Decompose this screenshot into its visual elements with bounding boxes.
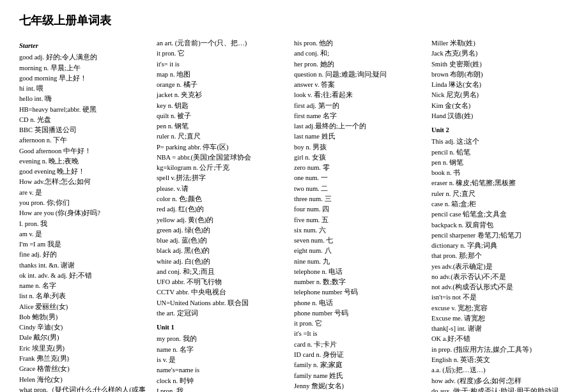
unit-label: Unit 2: [431, 125, 564, 135]
list-item: Bob 鲍勃(男): [19, 312, 151, 322]
list-item: UFO abbr. 不明飞行物: [157, 277, 289, 287]
list-item: am v. 是: [19, 229, 151, 239]
list-item: good morning 早上好！: [19, 73, 151, 84]
list-item: phone number 号码: [294, 308, 426, 319]
list-item: white adj. 白(色)的: [157, 257, 289, 267]
list-item: OK a.好;不错: [431, 334, 564, 344]
list-item: ok int. adv. & adj. 好;不错: [19, 271, 151, 281]
list-item: how adv. (程度)多么;如何;怎样: [431, 376, 564, 386]
list-item: thank[-s] int. 谢谢: [431, 324, 564, 334]
list-item: yes adv.(表示确定)是: [431, 262, 564, 272]
list-item: and conj. 和;又;而且: [157, 267, 289, 277]
list-item: boy n. 男孩: [294, 142, 426, 153]
list-item: key n. 钥匙: [157, 101, 289, 111]
list-item: jacket n. 夹克衫: [157, 90, 289, 100]
list-item: Frank 弗兰克(男): [19, 354, 151, 364]
list-item: thanks int. &n. 谢谢: [19, 260, 151, 271]
list-item: card n. 卡;卡片: [294, 340, 426, 350]
list-item: four num. 四: [294, 204, 426, 215]
list-item: evening n. 晚上;夜晚: [19, 156, 151, 167]
list-item: three num. 三: [294, 194, 426, 204]
list-item: family name 姓氏: [294, 371, 426, 381]
list-item: UN=United Nations abbr. 联合国: [157, 298, 289, 308]
list-item: good evening 晚上好！: [19, 167, 151, 177]
list-item: phone n. 电话: [294, 298, 426, 308]
list-item: HB=heavy barrel;abbr. 硬黑: [19, 105, 151, 115]
section-label: Starter: [19, 41, 151, 51]
list-item: nine num. 九: [294, 257, 426, 267]
list-item: BBC 英国播送公司: [19, 125, 151, 135]
list-item: English n. 英语;英文: [431, 355, 564, 365]
list-item: kg=kilogram n. 公斤;千克: [157, 163, 289, 173]
list-item: pen n. 钢笔: [157, 121, 289, 132]
list-item: blue adj. 蓝(色)的: [157, 236, 289, 246]
list-item: and conj. 和;: [294, 49, 426, 59]
list-item: Helen 海伦(女): [19, 375, 151, 385]
list-item: good adj. 好的;令人满意的: [19, 52, 151, 63]
list-item: telephone n. 电话: [294, 267, 426, 277]
list-item: clock n. 时钟: [157, 376, 289, 386]
list-item: pencil sharpener 卷笔刀;铅笔刀: [431, 230, 564, 241]
list-item: dictionary n. 字典;词典: [431, 241, 564, 251]
list-item: Smith 史密斯(姓): [431, 59, 564, 70]
list-item: Linda 琳达(女名): [431, 80, 564, 90]
list-item: family n. 家;家庭: [294, 360, 426, 370]
list-item: eraser n. 橡皮;铅笔擦;黑板擦: [431, 178, 564, 188]
list-item: morning n. 早晨;上午: [19, 63, 151, 73]
list-item: hello int. 嗨: [19, 94, 151, 104]
list-item: is v. 是: [157, 355, 289, 365]
list-item: ID card n. 身份证: [294, 350, 426, 360]
list-item: what pron.（疑代词)什么;什么样的人(或事物): [19, 385, 151, 392]
list-item: pencil case 铅笔盒;文具盒: [431, 209, 564, 220]
page-title: 七年级上册单词表: [19, 13, 569, 28]
list-item: a.a. (后);把…送…): [431, 365, 564, 375]
list-item: first adj. 第一的: [294, 101, 426, 111]
list-item: Miller 米勒(姓): [431, 38, 564, 49]
list-item: Grace 格蕾丝(女): [19, 364, 151, 374]
list-item: Excuse me. 请宽恕: [431, 313, 564, 324]
list-item: last name 姓氏: [294, 132, 426, 142]
list-item: case n. 箱;盒;柜: [431, 199, 564, 209]
list-item: Nick 尼克(男名): [431, 90, 564, 100]
list-item: it's =It is: [294, 329, 426, 339]
list-item: first name 名字: [294, 111, 426, 121]
list-item: Cindy 辛迪(女): [19, 322, 151, 333]
list-item: excuse v. 宽恕;宽容: [431, 303, 564, 313]
list-item: green adj. 绿(色)的: [157, 225, 289, 236]
list-item: Hand 汉德(姓): [431, 111, 564, 121]
list-item: that pron. 那;那个: [431, 251, 564, 261]
list-item: you pron. 你;你们: [19, 198, 151, 208]
list-item: red adj. 红(色)的: [157, 204, 289, 215]
list-item: seven num. 七: [294, 236, 426, 246]
column-1: Startergood adj. 好的;令人满意的morning n. 早晨;上…: [19, 38, 157, 392]
list-item: one num. 一: [294, 173, 426, 183]
list-item: five num. 五: [294, 215, 426, 225]
list-item: his pron. 他的: [294, 38, 426, 49]
list-item: CCTV abbr. 中央电视台: [157, 287, 289, 298]
list-item: last adj.最终的;上一个的: [294, 121, 426, 132]
list-item: an art. (元音前)一个(只、把…): [157, 38, 289, 49]
list-item: her pron. 她的: [294, 59, 426, 70]
list-item: it pron. 它: [294, 319, 426, 329]
list-item: girl n. 女孩: [294, 153, 426, 163]
columns-wrapper: Startergood adj. 好的;令人满意的morning n. 早晨;上…: [19, 38, 569, 392]
list-item: How are you (你(身体)好吗?: [19, 208, 151, 218]
list-item: hi int. 喂: [19, 84, 151, 94]
list-item: book n. 书: [431, 168, 564, 178]
list-item: map n. 地图: [157, 70, 289, 80]
list-item: isn't=is not 不是: [431, 292, 564, 303]
list-item: orange n. 橘子: [157, 80, 289, 90]
column-4: Miller 米勒(姓)Jack 杰克(男名)Smith 史密斯(姓)brown…: [431, 38, 569, 392]
list-item: ruler n. 尺;直尺: [157, 132, 289, 142]
list-item: How adv.怎样;怎么;如何: [19, 177, 151, 187]
list-item: spell v.拼法;拼字: [157, 173, 289, 183]
list-item: six num. 六: [294, 225, 426, 236]
list-item: two num. 二: [294, 184, 426, 194]
list-item: brown 布朗(布朗): [431, 70, 564, 80]
list-item: pen n. 钢笔: [431, 158, 564, 168]
list-item: question n. 问题;难题;询问;疑问: [294, 70, 426, 80]
list-item: Eric 埃里克(男): [19, 343, 151, 354]
list-item: no adv.(表示否认)不;不是: [431, 272, 564, 282]
unit-label: Unit 1: [157, 322, 289, 333]
list-item: Good afternoon 中午好！: [19, 146, 151, 156]
